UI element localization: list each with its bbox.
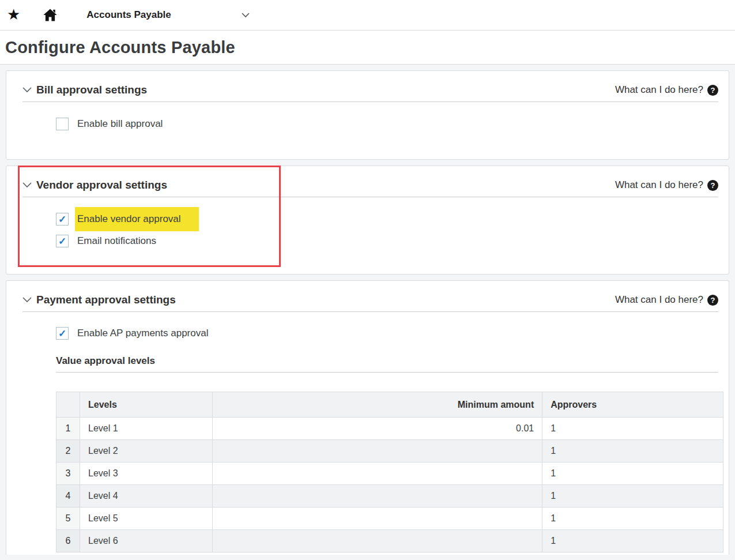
minimum-amount-cell[interactable] [212, 530, 542, 553]
section-bill-approval-settings: Bill approval settings What can I do her… [6, 70, 729, 160]
checkbox-row-email-notifications[interactable]: Email notifications [56, 235, 729, 247]
minimum-amount-cell[interactable] [212, 485, 542, 508]
checkbox-email-notifications[interactable] [56, 235, 69, 247]
checkbox-enable-ap-payments-approval[interactable] [56, 327, 69, 340]
column-header-levels: Levels [80, 392, 212, 418]
favorite-star-icon[interactable]: ★ [7, 7, 20, 22]
row-number-cell: 2 [56, 440, 80, 463]
table-row[interactable]: 5 Level 5 1 [56, 508, 723, 530]
checkbox-label: Email notifications [77, 235, 156, 247]
value-approval-levels-table: Levels Minimum amount Approvers 1 Level … [56, 392, 723, 553]
help-label: What can I do here? [615, 84, 703, 96]
checkbox-label: Enable bill approval [77, 118, 163, 130]
page-header: Configure Accounts Payable [0, 31, 735, 65]
help-icon[interactable]: ? [707, 180, 718, 191]
top-bar: ★ Accounts Payable [0, 0, 735, 31]
checkbox-label-highlighted: Enable vendor approval [75, 207, 199, 231]
row-number-cell: 6 [56, 530, 80, 553]
table-row[interactable]: 3 Level 3 1 [56, 463, 723, 485]
checkbox-enable-bill-approval[interactable] [56, 118, 69, 130]
table-row[interactable]: 4 Level 4 1 [56, 485, 723, 508]
approvers-cell[interactable]: 1 [542, 485, 723, 508]
section-header: Bill approval settings What can I do her… [22, 71, 718, 102]
column-header-blank [56, 392, 80, 418]
section-title: Vendor approval settings [36, 179, 167, 191]
column-header-approvers: Approvers [542, 392, 723, 418]
minimum-amount-cell[interactable] [212, 463, 542, 485]
level-cell[interactable]: Level 4 [80, 485, 212, 508]
help-link[interactable]: What can I do here? ? [615, 179, 718, 191]
checkbox-enable-vendor-approval[interactable] [56, 213, 69, 225]
level-cell[interactable]: Level 2 [80, 440, 212, 463]
table-row[interactable]: 1 Level 1 0.01 1 [56, 418, 723, 440]
page-title: Configure Accounts Payable [5, 38, 235, 57]
chevron-down-icon[interactable] [22, 87, 32, 93]
row-number-cell: 1 [56, 418, 80, 440]
approvers-cell[interactable]: 1 [542, 463, 723, 485]
help-link[interactable]: What can I do here? ? [615, 294, 718, 306]
table-row[interactable]: 6 Level 6 1 [56, 530, 723, 553]
row-number-cell: 3 [56, 463, 80, 485]
minimum-amount-cell[interactable]: 0.01 [212, 418, 542, 440]
help-icon[interactable]: ? [707, 85, 718, 96]
section-vendor-approval-settings: Vendor approval settings What can I do h… [6, 166, 729, 275]
module-title[interactable]: Accounts Payable [86, 9, 171, 21]
level-cell[interactable]: Level 5 [80, 508, 212, 530]
minimum-amount-cell[interactable] [212, 508, 542, 530]
checkbox-row-enable-vendor-approval[interactable]: Enable vendor approval [56, 213, 729, 225]
help-label: What can I do here? [615, 179, 703, 191]
checkbox-row-enable-ap-payments-approval[interactable]: Enable AP payments approval [56, 327, 729, 340]
checkbox-label: Enable AP payments approval [77, 328, 208, 339]
chevron-down-icon[interactable] [242, 13, 250, 18]
approvers-cell[interactable]: 1 [542, 508, 723, 530]
chevron-down-icon[interactable] [22, 297, 32, 303]
help-label: What can I do here? [615, 294, 703, 306]
table-header-row: Levels Minimum amount Approvers [56, 392, 723, 418]
section-header: Payment approval settings What can I do … [22, 281, 718, 312]
level-cell[interactable]: Level 3 [80, 463, 212, 485]
section-header: Vendor approval settings What can I do h… [22, 166, 718, 197]
minimum-amount-cell[interactable] [212, 440, 542, 463]
chevron-down-icon[interactable] [22, 182, 32, 188]
help-icon[interactable]: ? [707, 295, 718, 306]
home-icon[interactable] [42, 7, 58, 22]
row-number-cell: 5 [56, 508, 80, 530]
approvers-cell[interactable]: 1 [542, 530, 723, 553]
help-link[interactable]: What can I do here? ? [615, 84, 718, 96]
section-title: Payment approval settings [36, 294, 176, 306]
column-header-minimum-amount: Minimum amount [212, 392, 542, 418]
row-number-cell: 4 [56, 485, 80, 508]
section-payment-approval-settings: Payment approval settings What can I do … [6, 280, 729, 555]
checkbox-row-enable-bill-approval[interactable]: Enable bill approval [56, 118, 729, 130]
level-cell[interactable]: Level 6 [80, 530, 212, 553]
subsection-title-value-approval-levels: Value approval levels [56, 355, 718, 373]
table-row[interactable]: 2 Level 2 1 [56, 440, 723, 463]
approvers-cell[interactable]: 1 [542, 440, 723, 463]
level-cell[interactable]: Level 1 [80, 418, 212, 440]
approvers-cell[interactable]: 1 [542, 418, 723, 440]
section-title: Bill approval settings [36, 84, 147, 96]
